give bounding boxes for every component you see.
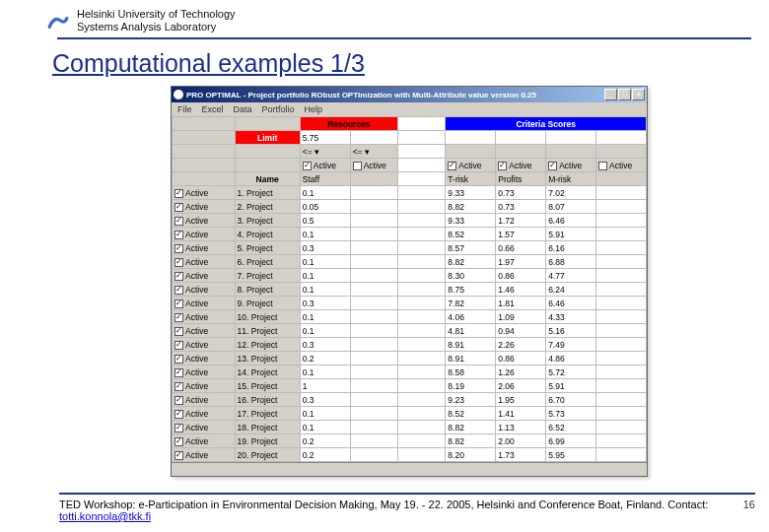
cell-profits[interactable]: 0.86 <box>496 352 546 366</box>
cell-trisk[interactable]: 8.52 <box>446 228 496 241</box>
cell-trisk[interactable]: 4.06 <box>446 310 496 324</box>
cell-staff[interactable]: 0.1 <box>300 366 350 379</box>
cell-profits[interactable]: 0.86 <box>496 269 546 283</box>
cell-profits[interactable]: 1.81 <box>496 297 546 310</box>
cell-trisk[interactable]: 8.58 <box>446 366 496 379</box>
menu-data[interactable]: Data <box>234 104 252 114</box>
cell-trisk[interactable]: 8.82 <box>446 421 496 434</box>
cell-trisk[interactable]: 9.33 <box>446 214 496 228</box>
cell-mrisk[interactable]: 6.46 <box>546 214 596 228</box>
cell-profits[interactable]: 1.97 <box>496 255 546 269</box>
cell-mrisk[interactable]: 6.52 <box>546 421 596 434</box>
cell-trisk[interactable]: 8.75 <box>446 283 496 297</box>
cell-staff[interactable]: 0.3 <box>300 297 350 310</box>
cell-staff[interactable]: 0.1 <box>300 255 350 269</box>
row-active-cell[interactable]: Active <box>173 310 236 324</box>
cell-trisk[interactable]: 4.81 <box>446 324 496 338</box>
row-active-cell[interactable]: Active <box>173 200 236 214</box>
cell-staff[interactable]: 0.3 <box>300 338 350 352</box>
row-active-cell[interactable]: Active <box>173 283 236 297</box>
cell-trisk[interactable]: 9.33 <box>446 186 496 200</box>
cell-profits[interactable]: 1.73 <box>496 448 546 462</box>
cell-mrisk[interactable]: 5.16 <box>546 324 596 338</box>
cell-trisk[interactable]: 9.23 <box>446 393 496 407</box>
cell-trisk[interactable]: 8.82 <box>446 255 496 269</box>
cell-trisk[interactable]: 8.30 <box>446 269 496 283</box>
cell-profits[interactable]: 2.26 <box>496 338 546 352</box>
cell-profits[interactable]: 2.06 <box>496 379 546 393</box>
cell-profits[interactable]: 0.73 <box>496 200 546 214</box>
cell-profits[interactable]: 0.66 <box>496 241 546 255</box>
cell-mrisk[interactable]: 5.91 <box>546 379 596 393</box>
menu-help[interactable]: Help <box>305 104 323 114</box>
cell-profits[interactable]: 1.72 <box>496 214 546 228</box>
row-active-cell[interactable]: Active <box>173 241 236 255</box>
window-close-button[interactable]: × <box>632 89 645 100</box>
cell-trisk[interactable]: 8.91 <box>446 352 496 366</box>
row-active-cell[interactable]: Active <box>173 255 236 269</box>
cell-trisk[interactable]: 8.82 <box>446 200 496 214</box>
cell-staff[interactable]: 0.2 <box>300 434 350 448</box>
cell-profits[interactable]: 1.41 <box>496 407 546 421</box>
cell-profits[interactable]: 1.95 <box>496 393 546 407</box>
cell-trisk[interactable]: 8.91 <box>446 338 496 352</box>
cell-profits[interactable]: 1.46 <box>496 283 546 297</box>
cell-staff[interactable]: 0.2 <box>300 352 350 366</box>
row-active-cell[interactable]: Active <box>173 338 236 352</box>
cell-staff[interactable]: 0.1 <box>300 269 350 283</box>
row-active-cell[interactable]: Active <box>173 407 236 421</box>
cell-mrisk[interactable]: 4.33 <box>546 310 596 324</box>
row-active-cell[interactable]: Active <box>173 434 236 448</box>
cell-mrisk[interactable]: 6.16 <box>546 241 596 255</box>
cell-mrisk[interactable]: 6.46 <box>546 297 596 310</box>
cell-staff[interactable]: 0.05 <box>300 200 350 214</box>
cell-mrisk[interactable]: 7.49 <box>546 338 596 352</box>
col-active-5[interactable]: Active <box>546 159 596 172</box>
footer-email-link[interactable]: totti.konnola@tkk.fi <box>59 510 151 522</box>
cell-mrisk[interactable]: 5.72 <box>546 366 596 379</box>
col-active-1[interactable]: Active <box>300 159 350 172</box>
menu-portfolio[interactable]: Portfolio <box>262 104 295 114</box>
cell-staff[interactable]: 0.1 <box>300 421 350 434</box>
row-active-cell[interactable]: Active <box>173 269 236 283</box>
cell-staff[interactable]: 0.1 <box>300 407 350 421</box>
cell-profits[interactable]: 0.73 <box>496 186 546 200</box>
row-active-cell[interactable]: Active <box>173 448 236 462</box>
cell-trisk[interactable]: 8.19 <box>446 379 496 393</box>
row-active-cell[interactable]: Active <box>173 297 236 310</box>
row-active-cell[interactable]: Active <box>173 186 236 200</box>
cell-trisk[interactable]: 8.82 <box>446 434 496 448</box>
row-active-cell[interactable]: Active <box>173 366 236 379</box>
cell-mrisk[interactable]: 6.88 <box>546 255 596 269</box>
cell-staff[interactable]: 0.3 <box>300 393 350 407</box>
cell-staff[interactable]: 0.1 <box>300 283 350 297</box>
cell-profits[interactable]: 1.09 <box>496 310 546 324</box>
cell-mrisk[interactable]: 5.95 <box>546 448 596 462</box>
col-active-3[interactable]: Active <box>446 159 496 172</box>
cell-profits[interactable]: 1.26 <box>496 366 546 379</box>
horizontal-scrollbar[interactable] <box>172 462 647 476</box>
row-active-cell[interactable]: Active <box>173 214 236 228</box>
col-active-4[interactable]: Active <box>496 159 546 172</box>
row-active-cell[interactable]: Active <box>173 421 236 434</box>
row-active-cell[interactable]: Active <box>173 324 236 338</box>
cell-mrisk[interactable]: 5.91 <box>546 228 596 241</box>
window-minimize-button[interactable]: _ <box>604 89 617 100</box>
row-active-cell[interactable]: Active <box>173 379 236 393</box>
row-active-cell[interactable]: Active <box>173 228 236 241</box>
col-active-6[interactable]: Active <box>596 159 647 172</box>
menu-file[interactable]: File <box>177 104 192 114</box>
cell-staff[interactable]: 0.1 <box>300 310 350 324</box>
window-maximize-button[interactable]: □ <box>618 89 631 100</box>
cell-staff[interactable]: 0.1 <box>300 324 350 338</box>
cell-staff[interactable]: 0.3 <box>300 241 350 255</box>
cell-trisk[interactable]: 7.82 <box>446 297 496 310</box>
menu-excel[interactable]: Excel <box>202 104 224 114</box>
cell-trisk[interactable]: 8.20 <box>446 448 496 462</box>
cell-staff[interactable]: 0.5 <box>300 214 350 228</box>
cell-mrisk[interactable]: 8.07 <box>546 200 596 214</box>
cell-staff[interactable]: 0.1 <box>300 228 350 241</box>
cell-profits[interactable]: 0.94 <box>496 324 546 338</box>
cell-trisk[interactable]: 8.52 <box>446 407 496 421</box>
cell-staff[interactable]: 0.1 <box>300 186 350 200</box>
